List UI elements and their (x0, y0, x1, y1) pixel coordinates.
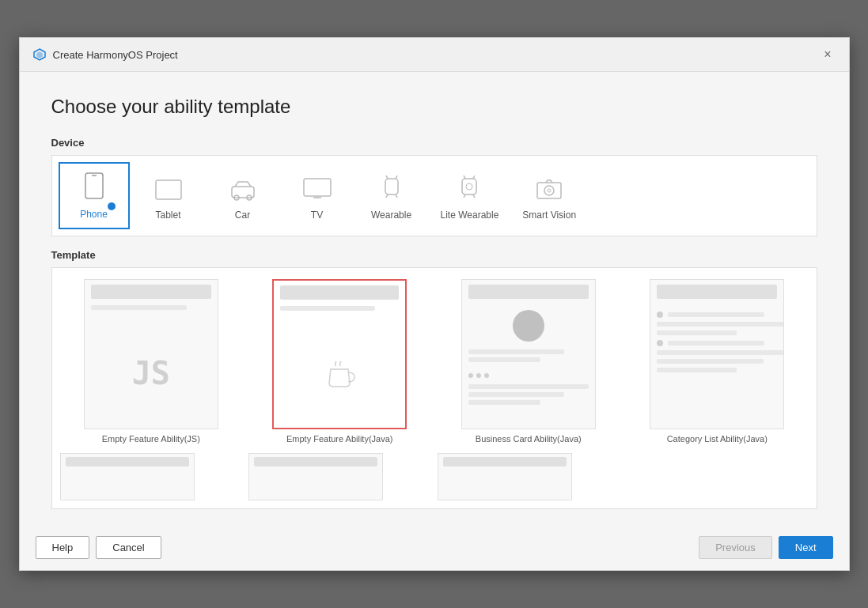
device-label-car: Car (235, 210, 250, 221)
template-item-empty-java[interactable]: Empty Feature Ability(Java) (248, 276, 431, 447)
device-label-smart-vision: Smart Vision (522, 210, 576, 221)
cancel-button[interactable]: Cancel (96, 536, 161, 559)
device-item-wearable[interactable]: Wearable (356, 162, 427, 229)
device-label-phone: Phone (80, 209, 108, 220)
template-preview-empty-java (272, 279, 407, 429)
svg-point-21 (466, 183, 472, 190)
device-section-label: Device (51, 137, 817, 149)
device-item-car[interactable]: Car (207, 162, 279, 229)
template-item-business-card[interactable]: Business Card Ability(Java) (438, 276, 620, 447)
template-partial-2[interactable] (248, 453, 431, 500)
device-grid: Phone Tablet (51, 155, 817, 236)
car-icon (229, 179, 257, 206)
svg-rect-4 (156, 180, 181, 199)
wearable-icon (382, 172, 401, 206)
lite-wearable-icon (458, 172, 480, 206)
svg-line-15 (396, 194, 397, 198)
page-title: Choose your ability template (51, 96, 817, 118)
svg-rect-2 (85, 173, 103, 198)
template-label-business-card: Business Card Ability(Java) (476, 434, 582, 444)
tablet-icon (154, 179, 183, 206)
js-logo-icon: JS (85, 317, 218, 429)
svg-point-23 (544, 186, 554, 195)
svg-line-20 (473, 194, 475, 198)
title-bar: Create HarmonyOS Project × (20, 38, 849, 72)
template-partial-3[interactable] (438, 453, 620, 500)
svg-rect-11 (385, 179, 398, 194)
svg-line-14 (386, 194, 388, 198)
footer: Help Cancel Previous Next (20, 525, 849, 570)
template-preview-partial-1 (60, 453, 195, 500)
smart-vision-icon (536, 179, 563, 206)
svg-line-18 (473, 176, 475, 179)
svg-rect-22 (537, 183, 561, 198)
device-label-tv: TV (311, 210, 323, 221)
template-label-category-list: Category List Ability(Java) (667, 434, 768, 444)
device-item-phone[interactable]: Phone (59, 162, 130, 229)
template-preview-partial-3 (438, 453, 572, 500)
template-row-partial (60, 453, 809, 500)
selected-dot (108, 202, 116, 210)
previous-button[interactable]: Previous (699, 536, 772, 559)
device-item-tv[interactable]: TV (282, 162, 353, 229)
tv-icon (302, 177, 332, 206)
template-preview-business-card (461, 279, 596, 429)
template-section-label: Template (51, 249, 817, 261)
coffee-icon (274, 318, 405, 428)
device-item-tablet[interactable]: Tablet (133, 162, 204, 229)
device-label-lite-wearable: Lite Wearable (441, 210, 499, 221)
footer-left: Help Cancel (36, 536, 161, 559)
main-window: Create HarmonyOS Project × Choose your a… (19, 37, 850, 571)
template-partial-1[interactable] (60, 453, 243, 500)
template-preview-empty-js: JS (84, 279, 218, 429)
svg-line-13 (396, 176, 397, 179)
svg-point-24 (548, 189, 551, 192)
device-label-wearable: Wearable (371, 210, 411, 221)
template-area: JS Empty Feature Ability(JS) (51, 267, 817, 509)
svg-marker-1 (36, 51, 43, 59)
template-label-empty-js: Empty Feature Ability(JS) (102, 434, 200, 444)
template-preview-category-list (650, 279, 784, 429)
help-button[interactable]: Help (36, 536, 90, 559)
device-item-lite-wearable[interactable]: Lite Wearable (430, 162, 510, 229)
svg-rect-16 (462, 179, 476, 194)
template-item-category-list[interactable]: Category List Ability(Java) (626, 276, 809, 447)
next-button[interactable]: Next (779, 536, 833, 559)
footer-right: Previous Next (699, 536, 832, 559)
phone-icon (82, 172, 106, 206)
template-item-empty-js[interactable]: JS Empty Feature Ability(JS) (60, 276, 243, 447)
app-icon (32, 47, 47, 62)
window-title: Create HarmonyOS Project (53, 49, 178, 61)
template-label-empty-java: Empty Feature Ability(Java) (286, 434, 393, 444)
template-grid: JS Empty Feature Ability(JS) (60, 276, 809, 447)
title-bar-left: Create HarmonyOS Project (32, 47, 178, 62)
content-area: Choose your ability template Device Phon… (20, 72, 849, 525)
template-partial-4 (626, 453, 809, 500)
device-item-smart-vision[interactable]: Smart Vision (512, 162, 586, 229)
svg-rect-8 (304, 179, 331, 196)
svg-line-12 (386, 176, 388, 179)
close-button[interactable]: × (819, 46, 836, 63)
svg-line-19 (464, 194, 465, 198)
svg-line-17 (464, 176, 465, 179)
device-label-tablet: Tablet (155, 210, 180, 221)
template-preview-partial-2 (248, 453, 383, 500)
